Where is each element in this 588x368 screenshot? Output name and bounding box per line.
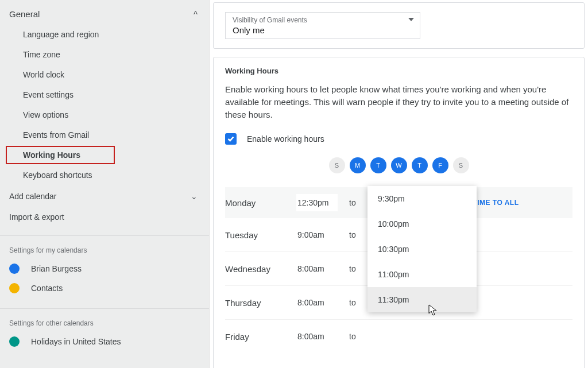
working-hours-title: Working Hours <box>225 67 572 75</box>
day-chip-sat[interactable]: S <box>453 157 469 173</box>
day-label: Thursday <box>225 298 296 308</box>
calendar-item-holidays-us[interactable]: Holidays in United States <box>0 332 209 351</box>
gmail-visibility-label: Visibility of Gmail events <box>233 16 413 24</box>
calendar-item-label: Contacts <box>31 284 63 293</box>
calendar-item-label: Holidays in United States <box>31 337 121 346</box>
calendar-color-dot <box>9 264 20 274</box>
day-chip-thu[interactable]: T <box>412 157 428 173</box>
calendar-item-label: Brian Burgess <box>31 264 82 273</box>
chevron-down-icon: ⌄ <box>191 192 198 201</box>
working-hours-description: Enable working hours to let people know … <box>225 83 572 121</box>
start-time-input[interactable]: 12:30pm <box>296 194 338 211</box>
calendar-item-brian-burgess[interactable]: Brian Burgess <box>0 259 209 278</box>
main-content: Visibility of Gmail events Only me Worki… <box>209 0 588 368</box>
nav-item-events-from-gmail[interactable]: Events from Gmail <box>6 126 203 144</box>
nav-import-export[interactable]: Import & export <box>0 207 209 227</box>
my-calendars-label: Settings for my calendars <box>0 244 209 259</box>
nav-item-world-clock[interactable]: World clock <box>6 65 203 84</box>
start-time-input[interactable]: 8:00am <box>296 328 338 345</box>
nav-general-items: Language and region Time zone World cloc… <box>0 24 209 186</box>
day-label: Friday <box>225 332 296 342</box>
nav-section-general-label: General <box>9 9 40 19</box>
day-chip-wed[interactable]: W <box>391 157 407 173</box>
to-text: to <box>338 230 362 239</box>
nav-item-keyboard-shortcuts[interactable]: Keyboard shortcuts <box>6 166 203 184</box>
nav-add-calendar-label: Add calendar <box>9 192 57 201</box>
chevron-up-icon: ^ <box>194 9 198 19</box>
to-text: to <box>338 198 362 207</box>
dropdown-item[interactable]: 10:00pm <box>368 211 477 237</box>
day-selector-row: S M T W T F S <box>225 157 572 173</box>
to-text: to <box>338 332 362 341</box>
enable-working-hours-label: Enable working hours <box>247 134 324 144</box>
nav-add-calendar[interactable]: Add calendar ⌄ <box>0 186 209 207</box>
nav-section-general[interactable]: General ^ <box>0 5 209 24</box>
divider <box>0 308 209 309</box>
nav-item-event-settings[interactable]: Event settings <box>6 86 203 104</box>
calendar-item-contacts[interactable]: Contacts <box>0 278 209 298</box>
caret-down-icon <box>408 21 414 30</box>
day-chip-tue[interactable]: T <box>370 157 386 173</box>
day-label: Wednesday <box>225 264 296 274</box>
start-time-input[interactable]: 8:00am <box>296 260 338 277</box>
nav-item-view-options[interactable]: View options <box>6 106 203 124</box>
divider <box>0 235 209 236</box>
settings-sidebar: General ^ Language and region Time zone … <box>0 0 209 368</box>
to-text: to <box>338 298 362 307</box>
day-chip-sun[interactable]: S <box>329 157 345 173</box>
enable-working-hours-checkbox[interactable] <box>225 133 237 145</box>
day-chip-fri[interactable]: F <box>432 157 448 173</box>
end-time-dropdown: 9:30pm 10:00pm 10:30pm 11:00pm 11:30pm <box>368 186 477 312</box>
nav-item-working-hours[interactable]: Working Hours <box>6 146 115 164</box>
day-label: Monday <box>225 198 296 208</box>
day-chip-mon[interactable]: M <box>350 157 366 173</box>
other-calendars-label: Settings for other calendars <box>0 317 209 332</box>
dropdown-item[interactable]: 11:30pm <box>368 287 477 312</box>
check-icon <box>227 135 235 143</box>
calendar-color-dot <box>9 283 20 293</box>
calendar-color-dot <box>9 336 20 347</box>
day-label: Tuesday <box>225 230 296 240</box>
my-calendars-list: Brian Burgess Contacts <box>0 259 209 300</box>
nav-item-time-zone[interactable]: Time zone <box>6 45 203 64</box>
nav-item-language-and-region[interactable]: Language and region <box>6 25 203 44</box>
to-text: to <box>338 264 362 273</box>
hours-row-friday: Friday 8:00am to <box>225 320 572 353</box>
dropdown-item[interactable]: 9:30pm <box>368 186 477 211</box>
start-time-input[interactable]: 8:00am <box>296 294 338 311</box>
gmail-visibility-value: Only me <box>233 25 413 35</box>
enable-working-hours-row: Enable working hours <box>225 133 572 145</box>
gmail-visibility-card: Visibility of Gmail events Only me <box>213 2 585 49</box>
gmail-visibility-select[interactable]: Visibility of Gmail events Only me <box>225 12 420 39</box>
dropdown-item[interactable]: 11:00pm <box>368 262 477 287</box>
start-time-input[interactable]: 9:00am <box>296 226 338 243</box>
dropdown-item[interactable]: 10:30pm <box>368 237 477 262</box>
mouse-cursor-icon <box>428 304 439 317</box>
other-calendars-list: Holidays in United States <box>0 332 209 354</box>
